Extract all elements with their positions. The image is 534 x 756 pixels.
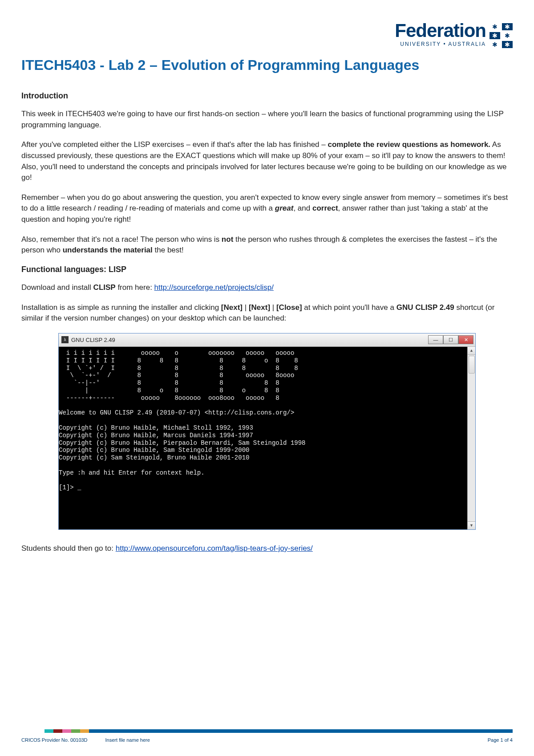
scroll-up-arrow-icon[interactable]: ▲ [468, 347, 475, 355]
vertical-scrollbar[interactable]: ▲ ▼ [467, 347, 475, 529]
logo-flag-icon: ✱ ✱ ✱ ✱ ✱ ✱ [490, 23, 513, 48]
app-icon: λ [61, 336, 69, 343]
intro-paragraph-1: This week in ITECH5403 we're going to ha… [21, 109, 513, 130]
close-button[interactable]: ✕ [458, 335, 473, 344]
intro-paragraph-2: After you've completed either the LISP e… [21, 139, 513, 183]
lisp-series-link[interactable]: http://www.opensourceforu.com/tag/lisp-t… [116, 544, 313, 553]
intro-paragraph-4: Also, remember that it's not a race! The… [21, 234, 513, 256]
clisp-terminal-window: λ GNU CLISP 2.49 — ☐ ✕ i i i i i i i ooo… [58, 333, 476, 530]
scroll-thumb[interactable] [469, 356, 475, 374]
install-paragraph: Installation is as simple as running the… [21, 302, 513, 324]
intro-heading: Introduction [21, 91, 513, 101]
window-title: GNU CLISP 2.49 [71, 337, 428, 343]
cricos-text: CRICOS Provider No. 00103D [21, 737, 88, 743]
header-logo-area: Federation UNIVERSITY • AUSTRALIA ✱ ✱ ✱ … [21, 21, 513, 48]
filename-placeholder: Insert file name here [105, 737, 150, 743]
logo-sub-text: UNIVERSITY • AUSTRALIA [395, 41, 486, 47]
footer-stripe [21, 729, 513, 733]
scroll-down-arrow-icon[interactable]: ▼ [468, 521, 475, 529]
federation-logo: Federation UNIVERSITY • AUSTRALIA ✱ ✱ ✱ … [395, 21, 513, 48]
page-footer: CRICOS Provider No. 00103D Insert file n… [0, 729, 534, 756]
students-link-paragraph: Students should then go to: http://www.o… [21, 543, 513, 554]
intro-paragraph-3: Remember – when you do go about answerin… [21, 192, 513, 225]
maximize-button[interactable]: ☐ [443, 335, 458, 344]
logo-main-text: Federation [395, 21, 486, 40]
functional-heading: Functional languages: LISP [21, 265, 513, 274]
terminal-output[interactable]: i i i i i i i ooooo o ooooooo ooooo oooo… [59, 347, 467, 529]
window-titlebar[interactable]: λ GNU CLISP 2.49 — ☐ ✕ [59, 333, 475, 347]
page-number: Page 1 of 4 [488, 737, 513, 743]
page-title: ITECH5403 - Lab 2 – Evolution of Program… [21, 57, 513, 73]
download-paragraph: Download and install CLISP from here: ht… [21, 282, 513, 293]
clisp-download-link[interactable]: http://sourceforge.net/projects/clisp/ [154, 283, 274, 292]
minimize-button[interactable]: — [428, 335, 443, 344]
